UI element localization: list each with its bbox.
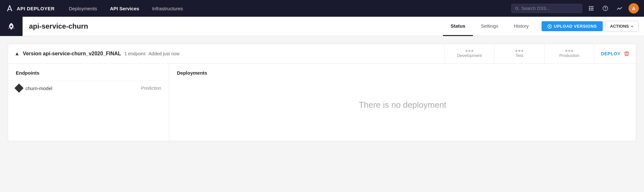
svg-rect-5 (589, 8, 590, 9)
service-title: api-service-churn (23, 22, 443, 31)
dot-3 (571, 50, 573, 52)
svg-rect-3 (591, 6, 592, 7)
version-header: ▲ Version api-service-churn_v2020_FINAL … (8, 44, 636, 64)
dot-2 (518, 50, 520, 52)
production-label: Production (559, 53, 579, 58)
brand-logo[interactable]: API DEPLOYER (5, 4, 55, 13)
dot-2 (568, 50, 570, 52)
endpoints-title: Endpoints (16, 70, 161, 76)
endpoint-count: 1 endpoint (124, 51, 145, 56)
brand-icon (5, 4, 14, 13)
dot-3 (471, 50, 473, 52)
tab-status[interactable]: Status (443, 17, 473, 36)
tab-history[interactable]: History (506, 17, 537, 36)
version-actions: DEPLOY (594, 44, 636, 63)
delete-button[interactable] (624, 51, 630, 57)
deployments-panel: Deployments There is no deployment (169, 64, 636, 141)
nav-api-services[interactable]: API Services (103, 0, 146, 17)
search-box[interactable] (511, 4, 582, 13)
svg-rect-9 (591, 10, 592, 11)
main-content: ▲ Version api-service-churn_v2020_FINAL … (0, 36, 644, 149)
help-icon[interactable] (600, 3, 610, 14)
collapse-icon[interactable]: ▲ (14, 51, 20, 57)
upload-icon (547, 24, 552, 29)
tab-settings[interactable]: Settings (473, 17, 506, 36)
dot-1 (466, 50, 467, 52)
second-bar: api-service-churn Status Settings Histor… (0, 17, 644, 36)
endpoints-panel: Endpoints churn-model Prediction (8, 64, 169, 141)
svg-rect-6 (591, 8, 592, 9)
second-bar-actions: UPLOAD VERSIONS ACTIONS (536, 21, 644, 32)
rocket-icon (5, 21, 17, 32)
production-dots (565, 50, 573, 52)
svg-rect-10 (592, 10, 593, 11)
version-card: ▲ Version api-service-churn_v2020_FINAL … (8, 44, 636, 141)
search-input[interactable] (522, 6, 579, 11)
endpoint-row: churn-model Prediction (16, 81, 161, 95)
service-icon-wrap (0, 17, 23, 36)
endpoint-name: churn-model (25, 86, 138, 91)
version-body: Endpoints churn-model Prediction Deploym… (8, 64, 636, 141)
env-test: Test (494, 44, 544, 63)
nav-items: Deployments API Services Infrastructures (62, 0, 511, 17)
grid-icon[interactable] (586, 3, 596, 14)
added-time: Added just now (149, 51, 179, 56)
upload-versions-button[interactable]: UPLOAD VERSIONS (542, 21, 602, 31)
svg-point-0 (515, 7, 518, 9)
search-icon (515, 6, 519, 11)
svg-rect-8 (589, 10, 590, 11)
svg-rect-2 (589, 6, 590, 7)
endpoint-type: Prediction (141, 86, 161, 91)
model-icon (14, 84, 24, 93)
analytics-icon[interactable] (614, 3, 625, 14)
svg-line-1 (518, 9, 519, 10)
test-label: Test (516, 53, 524, 58)
development-label: Development (457, 53, 482, 58)
tab-bar: Status Settings History (443, 17, 537, 36)
svg-point-13 (10, 25, 12, 27)
top-nav: API DEPLOYER Deployments API Services In… (0, 0, 644, 17)
dot-3 (521, 50, 523, 52)
brand-name: API DEPLOYER (17, 6, 55, 11)
chevron-down-icon (630, 24, 634, 28)
deploy-button[interactable]: DEPLOY (601, 51, 620, 56)
svg-rect-4 (592, 6, 593, 7)
version-title: Version api-service-churn_v2020_FINAL (23, 51, 121, 57)
nav-right: A (511, 3, 639, 14)
env-development: Development (444, 44, 494, 63)
deployments-title: Deployments (177, 70, 628, 76)
dot-1 (565, 50, 567, 52)
svg-rect-7 (592, 8, 593, 9)
actions-button[interactable]: ACTIONS (605, 21, 639, 32)
env-production: Production (544, 44, 594, 63)
version-header-left: ▲ Version api-service-churn_v2020_FINAL … (8, 46, 444, 62)
nav-deployments[interactable]: Deployments (62, 0, 104, 17)
dot-1 (515, 50, 517, 52)
dot-2 (468, 50, 470, 52)
svg-point-12 (605, 10, 606, 10)
user-avatar[interactable]: A (629, 3, 639, 14)
nav-infrastructures[interactable]: Infrastructures (146, 0, 189, 17)
trash-icon (624, 51, 630, 57)
no-deployment-message: There is no deployment (177, 76, 628, 134)
development-dots (466, 50, 473, 52)
test-dots (515, 50, 523, 52)
env-columns: Development Test Produ (444, 44, 636, 63)
